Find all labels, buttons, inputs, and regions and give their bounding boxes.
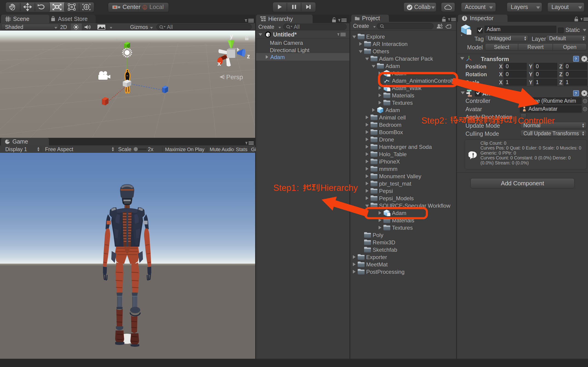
svg-text:SOURCE-Specular Workflow: SOURCE-Specular Workflow (379, 203, 451, 209)
svg-text:Sketchfab: Sketchfab (373, 247, 397, 253)
svg-text:?: ? (575, 57, 577, 61)
svg-text:pbr_test_mat: pbr_test_mat (379, 181, 411, 187)
svg-text:y: y (230, 33, 233, 40)
svg-text:Holo_Table: Holo_Table (379, 151, 407, 157)
svg-text:Adam_Walk: Adam_Walk (392, 85, 422, 91)
svg-text:PostProcessing: PostProcessing (366, 269, 405, 275)
svg-text:Adam: Adam (385, 107, 400, 113)
svg-text:Pepsi: Pepsi (379, 188, 393, 194)
svg-text:Persp: Persp (226, 74, 243, 81)
svg-text:Adam: Adam (392, 210, 406, 216)
svg-text:Exporter: Exporter (366, 254, 387, 260)
svg-text:Adam: Adam (385, 63, 400, 69)
svg-text:Explore: Explore (366, 33, 385, 40)
svg-text:Adam: Adam (392, 70, 406, 76)
svg-text:AR Interaction: AR Interaction (373, 41, 408, 47)
svg-text:Textures: Textures (392, 225, 413, 231)
svg-text:Pepsi_Models: Pepsi_Models (379, 195, 414, 201)
svg-text:Others: Others (373, 48, 389, 54)
svg-text:Poly: Poly (373, 232, 383, 238)
svg-text:MeetMat: MeetMat (366, 261, 388, 267)
svg-text:?: ? (575, 92, 577, 96)
svg-text:Materials: Materials (392, 92, 414, 99)
svg-text:Bedroom: Bedroom (379, 122, 401, 128)
svg-text:Drone: Drone (379, 136, 394, 143)
svg-text:Textures: Textures (392, 100, 413, 106)
svg-text:BoomBox: BoomBox (379, 129, 403, 135)
svg-text:iPhoneX: iPhoneX (379, 158, 400, 165)
svg-text:Adam_AnimationController: Adam_AnimationController (392, 78, 456, 84)
svg-text:Hamburger and Soda: Hamburger and Soda (379, 144, 432, 150)
svg-text:Adam Character Pack: Adam Character Pack (379, 56, 433, 62)
svg-text:x: x (217, 60, 221, 67)
svg-text:Remix3D: Remix3D (373, 239, 395, 245)
svg-text:mmmm: mmmm (379, 166, 397, 172)
svg-text:Animal cell: Animal cell (379, 114, 406, 121)
svg-text:Materials: Materials (392, 217, 414, 224)
svg-text:Monument Valley: Monument Valley (379, 173, 421, 179)
svg-text:z: z (247, 53, 250, 60)
